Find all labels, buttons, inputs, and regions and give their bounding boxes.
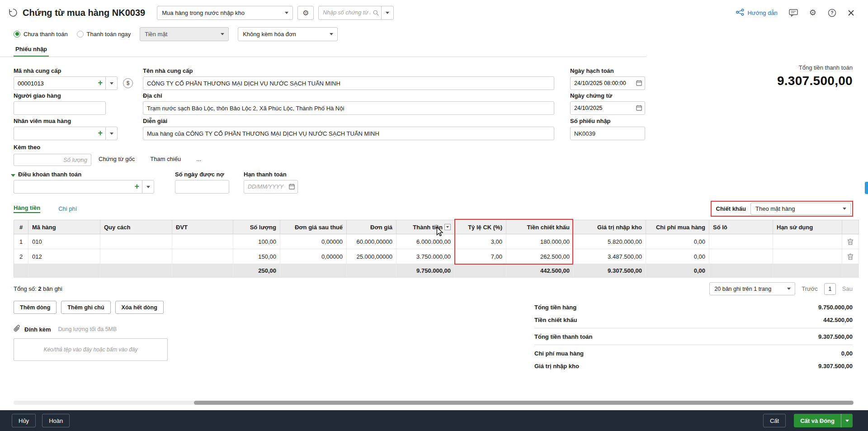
- doc-date-input[interactable]: [570, 101, 645, 115]
- supplier-balance-icon[interactable]: $: [123, 78, 133, 88]
- table-row[interactable]: 1 010 100,00 0,00000 60.000,00000 6.000.…: [14, 234, 859, 249]
- cell-gia-tri-nhap-kho[interactable]: 3.487.500,00: [574, 249, 646, 264]
- process-icon[interactable]: [8, 8, 18, 18]
- cell-don-gia-sau-thue[interactable]: 0,00000: [280, 249, 347, 264]
- add-supplier-icon[interactable]: +: [98, 78, 103, 87]
- cell-tien-chiet-khau[interactable]: 262.500,00: [506, 249, 574, 264]
- buyer-input[interactable]: [14, 127, 106, 140]
- delete-all-rows-button[interactable]: Xóa hết dòng: [115, 301, 164, 314]
- tab-hang-tien[interactable]: Hàng tiền: [14, 204, 40, 213]
- radio-unpaid[interactable]: Chưa thanh toán: [14, 31, 68, 38]
- save-button[interactable]: Cất: [763, 414, 786, 427]
- cell-dvt[interactable]: [172, 234, 233, 249]
- payment-terms-dropdown[interactable]: [142, 180, 154, 194]
- col-han-su-dung[interactable]: Hạn sử dụng: [773, 220, 842, 234]
- more-link[interactable]: ...: [196, 156, 201, 162]
- trash-icon[interactable]: [846, 253, 855, 260]
- help-icon[interactable]: ?: [828, 9, 836, 17]
- add-row-button[interactable]: Thêm dòng: [14, 301, 57, 314]
- col-quy-cach[interactable]: Quy cách: [100, 220, 172, 234]
- close-icon[interactable]: [848, 9, 854, 16]
- horizontal-scrollbar[interactable]: [14, 401, 854, 405]
- col-gia-tri-nhap-kho[interactable]: Giá trị nhập kho: [574, 220, 646, 234]
- cell-tien-chiet-khau[interactable]: 180.000,00: [506, 234, 574, 249]
- col-so-luong[interactable]: Số lượng: [233, 220, 280, 234]
- scrollbar-thumb[interactable]: [194, 401, 854, 405]
- undo-button[interactable]: Hoàn: [42, 414, 70, 427]
- guide-link[interactable]: Hướng dẫn: [736, 9, 777, 17]
- calendar-icon[interactable]: [636, 80, 642, 88]
- col-so-lo[interactable]: Số lô: [709, 220, 773, 234]
- attach-count-input[interactable]: [14, 154, 91, 166]
- deliverer-input[interactable]: [14, 101, 106, 115]
- supplier-name-input[interactable]: [143, 76, 554, 90]
- description-input[interactable]: [143, 127, 554, 140]
- radio-pay-now[interactable]: Thanh toán ngay: [77, 31, 131, 38]
- cell-don-gia[interactable]: 25.000,00000: [347, 249, 396, 264]
- debt-days-input[interactable]: [175, 180, 229, 194]
- search-dropdown-button[interactable]: [381, 6, 394, 20]
- collapse-icon[interactable]: [11, 174, 15, 177]
- cancel-button[interactable]: Hủy: [12, 414, 36, 427]
- cell-so-luong[interactable]: 150,00: [233, 249, 280, 264]
- col-tien-chiet-khau[interactable]: Tiền chiết khấu: [506, 220, 574, 234]
- cell-chi-phi-mua-hang[interactable]: 0,00: [646, 249, 709, 264]
- page-size-select[interactable]: 20 bản ghi trên 1 trang: [709, 282, 795, 295]
- buyer-dropdown[interactable]: [105, 127, 118, 140]
- invoice-option-select[interactable]: Không kèm hóa đơn: [238, 27, 338, 41]
- calendar-icon[interactable]: [288, 183, 295, 191]
- cell-chi-phi-mua-hang[interactable]: 0,00: [646, 234, 709, 249]
- tab-phieu-nhap[interactable]: Phiếu nhập: [14, 43, 49, 57]
- col-chi-phi-mua-hang[interactable]: Chi phí mua hàng: [646, 220, 709, 234]
- calendar-icon[interactable]: [636, 104, 642, 113]
- tab-chi-phi[interactable]: Chi phí: [58, 205, 77, 212]
- col-don-gia-sau-thue[interactable]: Đơn giá sau thuế: [280, 220, 347, 234]
- cell-thanh-tien[interactable]: 3.750.000,00: [396, 249, 455, 264]
- cell-so-lo[interactable]: [709, 234, 773, 249]
- doc-type-select[interactable]: Mua hàng trong nước nhập kho: [157, 6, 293, 20]
- address-input[interactable]: [143, 101, 554, 115]
- cell-quy-cach[interactable]: [100, 234, 172, 249]
- cell-dvt[interactable]: [172, 249, 233, 264]
- payment-method-select[interactable]: Tiền mặt: [140, 27, 229, 41]
- save-and-close-button[interactable]: Cất và Đóng: [794, 414, 853, 427]
- table-row[interactable]: 2 012 150,00 0,00000 25.000,00000 3.750.…: [14, 249, 859, 264]
- cell-ty-le-ck[interactable]: 7,00: [455, 249, 506, 264]
- col-dvt[interactable]: ĐVT: [172, 220, 233, 234]
- add-payment-terms-icon[interactable]: +: [134, 182, 139, 191]
- column-filter-icon[interactable]: [444, 224, 451, 230]
- cell-ma-hang[interactable]: 012: [28, 249, 100, 264]
- add-note-button[interactable]: Thêm ghi chú: [61, 301, 110, 314]
- cell-han-su-dung[interactable]: [773, 234, 842, 249]
- cell-han-su-dung[interactable]: [773, 249, 842, 264]
- settings-icon[interactable]: ⚙: [809, 9, 816, 17]
- add-buyer-icon[interactable]: +: [98, 128, 103, 137]
- side-panel-tab[interactable]: [865, 182, 868, 194]
- cell-don-gia-sau-thue[interactable]: 0,00000: [280, 234, 347, 249]
- cell-thanh-tien[interactable]: 6.000.000,00: [396, 234, 455, 249]
- cell-ma-hang[interactable]: 010: [28, 234, 100, 249]
- supplier-code-input[interactable]: [14, 76, 106, 90]
- cell-so-luong[interactable]: 100,00: [233, 234, 280, 249]
- col-don-gia[interactable]: Đơn giá: [347, 220, 396, 234]
- col-thanh-tien[interactable]: Thành tiền: [396, 220, 455, 234]
- cell-ty-le-ck[interactable]: 3,00: [455, 234, 506, 249]
- payment-terms-input[interactable]: [14, 180, 142, 194]
- col-ty-le-ck[interactable]: Tỷ lệ CK (%): [455, 220, 506, 234]
- cell-don-gia[interactable]: 60.000,00000: [347, 234, 396, 249]
- reference-link[interactable]: Tham chiếu: [150, 156, 181, 162]
- next-page-button[interactable]: Sau: [842, 285, 853, 292]
- cell-so-lo[interactable]: [709, 249, 773, 264]
- feedback-chat-icon[interactable]: [789, 9, 798, 17]
- supplier-code-dropdown[interactable]: [105, 76, 118, 90]
- trash-icon[interactable]: [846, 238, 855, 245]
- discount-mode-select[interactable]: Theo mặt hàng: [750, 203, 851, 215]
- original-doc-label[interactable]: Chứng từ gốc: [99, 156, 135, 162]
- current-page-box[interactable]: 1: [824, 283, 836, 295]
- save-options-dropdown[interactable]: [841, 414, 853, 427]
- settings-small-button[interactable]: ⚙: [297, 6, 314, 20]
- doc-no-input[interactable]: [570, 127, 645, 140]
- col-ma-hang[interactable]: Mã hàng: [28, 220, 100, 234]
- cell-gia-tri-nhap-kho[interactable]: 5.820.000,00: [574, 234, 646, 249]
- cell-quy-cach[interactable]: [100, 249, 172, 264]
